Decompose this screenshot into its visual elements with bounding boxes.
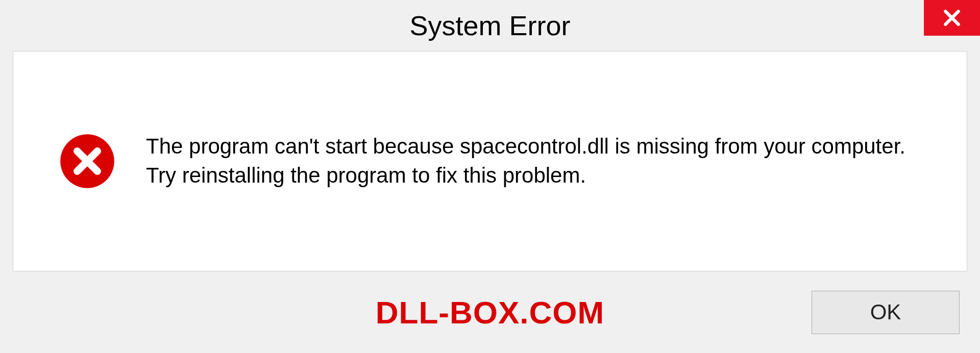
close-icon [942,8,962,28]
watermark-text: DLL-BOX.COM [376,294,604,331]
content-area: The program can't start because spacecon… [13,51,967,271]
error-dialog: System Error The program can't start bec… [0,0,980,353]
dialog-footer: DLL-BOX.COM OK [0,282,980,353]
dialog-title: System Error [409,10,570,41]
titlebar: System Error [0,0,980,51]
error-icon [59,133,115,189]
ok-button[interactable]: OK [812,291,960,334]
close-button[interactable] [924,0,980,36]
error-message: The program can't start because spacecon… [146,132,921,190]
